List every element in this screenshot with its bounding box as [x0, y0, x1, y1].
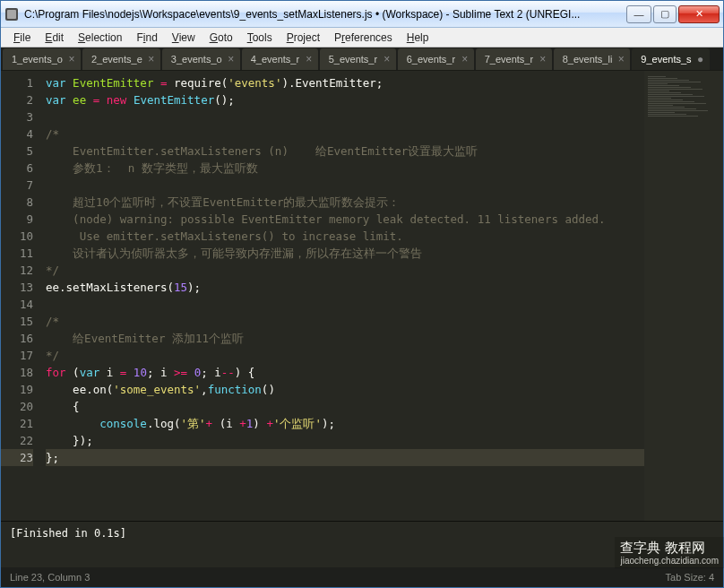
line-number: 20 [1, 398, 33, 415]
tab-label: 9_events_s [641, 54, 691, 65]
editor-area: 1234567891011121314151617181920212223 va… [1, 71, 723, 521]
line-number: 23 [1, 449, 33, 466]
close-button[interactable]: ✕ [678, 5, 720, 23]
menu-preferences[interactable]: Preferences [327, 30, 400, 46]
tab-label: 7_events_r [485, 54, 534, 65]
code-line[interactable]: Use emitter.setMaxListeners() to increas… [46, 228, 644, 245]
line-number: 7 [1, 177, 33, 194]
svg-rect-1 [7, 10, 16, 19]
line-number: 3 [1, 108, 33, 125]
tab-label: 3_events_o [171, 54, 222, 65]
code-line[interactable]: 给EventEmitter 添加11个监听 [46, 330, 644, 347]
line-number: 13 [1, 279, 33, 296]
tab-close-icon[interactable]: × [146, 53, 157, 65]
code-line[interactable]: var ee = new EventEmitter(); [46, 91, 644, 108]
code-line[interactable]: EventEmitter.setMaxListeners (n) 给EventE… [46, 143, 644, 160]
application-window: C:\Program Files\nodejs\Workspace\events… [0, 0, 724, 588]
tab-label: 6_events_r [407, 54, 456, 65]
window-buttons: — ▢ ✕ [625, 5, 720, 23]
tab-label: 5_events_r [329, 54, 378, 65]
code-editor[interactable]: var EventEmitter = require('events').Eve… [40, 71, 644, 521]
menu-find[interactable]: Find [129, 30, 164, 46]
line-number: 8 [1, 194, 33, 211]
status-cursor-position[interactable]: Line 23, Column 3 [10, 572, 90, 583]
line-number: 11 [1, 245, 33, 262]
menu-project[interactable]: Project [280, 30, 327, 46]
code-line[interactable]: 设计者认为侦听器太多，可能导致内存泄漏，所以存在这样一个警告 [46, 245, 644, 262]
code-line[interactable]: */ [46, 347, 644, 364]
line-number: 12 [1, 262, 33, 279]
titlebar[interactable]: C:\Program Files\nodejs\Workspace\events… [1, 1, 723, 28]
tab-modified-icon[interactable]: ● [695, 53, 706, 65]
line-number: 4 [1, 125, 33, 143]
line-number: 19 [1, 381, 33, 398]
tab-close-icon[interactable]: × [616, 53, 626, 65]
tab-7_events_r[interactable]: 7_events_r× [476, 48, 552, 70]
tab-3_events_o[interactable]: 3_events_o× [162, 48, 240, 70]
tab-close-icon[interactable]: × [382, 53, 392, 65]
tab-label: 4_events_r [251, 54, 300, 65]
code-line[interactable] [46, 108, 644, 125]
code-line[interactable]: }); [46, 432, 644, 449]
tab-8_events_li[interactable]: 8_events_li× [554, 48, 631, 70]
minimize-button[interactable]: — [626, 5, 651, 23]
code-line[interactable]: 超过10个监听时，不设置EventEmitter的最大监听数会提示： [46, 194, 644, 211]
tab-close-icon[interactable]: × [226, 53, 237, 65]
tab-6_events_r[interactable]: 6_events_r× [398, 48, 474, 70]
code-line[interactable] [46, 296, 644, 313]
tab-close-icon[interactable]: × [460, 53, 470, 65]
menu-view[interactable]: View [165, 30, 203, 46]
tab-close-icon[interactable]: × [304, 53, 315, 65]
maximize-button[interactable]: ▢ [653, 5, 677, 23]
line-number: 21 [1, 415, 33, 432]
code-line[interactable]: */ [46, 262, 644, 279]
tab-label: 1_events_o [12, 54, 63, 65]
tab-5_events_r[interactable]: 5_events_r× [320, 48, 396, 70]
line-number: 16 [1, 330, 33, 347]
line-number: 2 [1, 91, 33, 108]
line-number: 9 [1, 211, 33, 228]
line-number: 15 [1, 313, 33, 330]
line-number: 5 [1, 143, 33, 160]
line-number-gutter: 1234567891011121314151617181920212223 [1, 71, 40, 521]
menu-goto[interactable]: Goto [203, 30, 240, 46]
line-number: 22 [1, 432, 33, 449]
statusbar: Line 23, Column 3 Tab Size: 4 [1, 567, 723, 587]
menu-file[interactable]: File [6, 30, 38, 46]
code-line[interactable]: { [46, 398, 644, 415]
code-line[interactable]: ee.setMaxListeners(15); [46, 279, 644, 296]
code-line[interactable] [46, 177, 644, 194]
line-number: 10 [1, 228, 33, 245]
tab-1_events_o[interactable]: 1_events_o× [3, 48, 81, 70]
code-line[interactable]: 参数1： n 数字类型，最大监听数 [46, 160, 644, 177]
line-number: 18 [1, 364, 33, 381]
build-output-text: [Finished in 0.1s] [10, 527, 126, 540]
code-line[interactable]: var EventEmitter = require('events').Eve… [46, 74, 644, 91]
menu-help[interactable]: Help [400, 30, 436, 46]
line-number: 6 [1, 160, 33, 177]
tab-close-icon[interactable]: × [538, 53, 548, 65]
tab-label: 8_events_li [563, 54, 613, 65]
tab-2_events_e[interactable]: 2_events_e× [82, 48, 160, 70]
minimap[interactable] [644, 71, 723, 521]
menu-edit[interactable]: Edit [38, 30, 71, 46]
tab-label: 2_events_e [91, 54, 142, 65]
code-line[interactable]: ee.on('some_events',function() [46, 381, 644, 398]
menu-tools[interactable]: Tools [240, 30, 280, 46]
tab-4_events_r[interactable]: 4_events_r× [242, 48, 318, 70]
menu-selection[interactable]: Selection [71, 30, 129, 46]
code-line[interactable]: for (var i = 10; i >= 0; i--) { [46, 364, 644, 381]
tab-9_events_s[interactable]: 9_events_s● [632, 48, 709, 70]
code-line[interactable]: /* [46, 125, 644, 143]
code-line[interactable]: /* [46, 313, 644, 330]
code-line[interactable]: (node) warning: possible EventEmitter me… [46, 211, 644, 228]
tabbar: 1_events_o×2_events_e×3_events_o×4_event… [1, 48, 723, 71]
status-tab-size[interactable]: Tab Size: 4 [666, 572, 714, 583]
line-number: 17 [1, 347, 33, 364]
tab-close-icon[interactable]: × [66, 53, 77, 65]
code-line[interactable]: console.log('第'+ (i +1) +'个监听'); [46, 415, 644, 432]
app-icon [4, 7, 19, 22]
line-number: 1 [1, 74, 33, 91]
window-title: C:\Program Files\nodejs\Workspace\events… [24, 8, 625, 21]
code-line[interactable]: }; [46, 449, 644, 466]
